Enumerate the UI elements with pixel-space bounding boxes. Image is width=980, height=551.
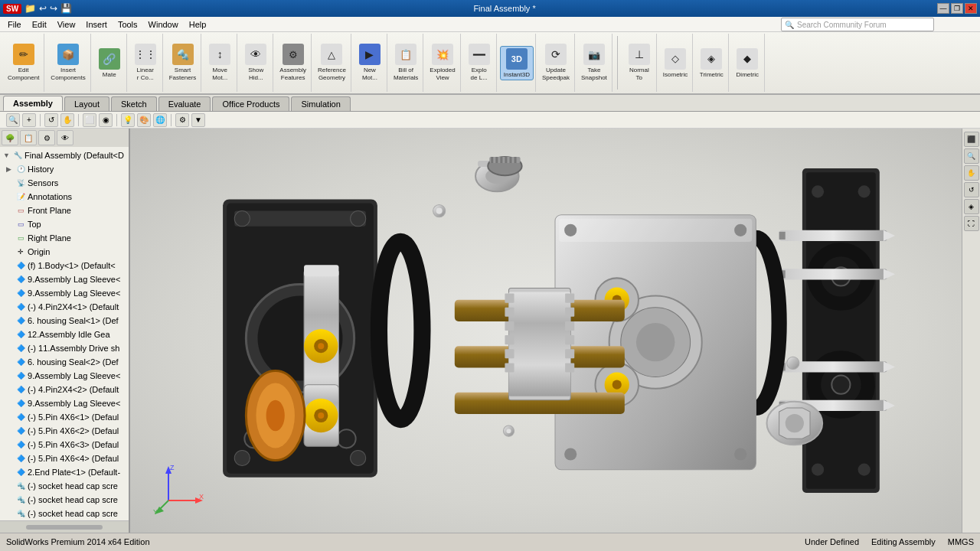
- search-bar[interactable]: 🔍 Search Community Forum: [781, 18, 934, 31]
- rotate-mini-button[interactable]: ↺: [964, 182, 979, 197]
- tab-sketch[interactable]: Sketch: [111, 96, 157, 111]
- tree-item-socket3[interactable]: 🔩 (-) socket head cap scre: [0, 507, 129, 520]
- bill-materials-button[interactable]: 📋 Bill ofMaterials: [390, 42, 421, 83]
- ribbon-group-fasteners: 🔩 SmartFasteners: [165, 34, 202, 92]
- tab-evaluate[interactable]: Evaluate: [158, 96, 211, 111]
- pan-button[interactable]: ✋: [60, 113, 74, 127]
- update-speedpak-button[interactable]: ⟳ UpdateSpeedpak: [539, 42, 573, 83]
- scene-button[interactable]: 🌐: [153, 113, 167, 127]
- tree-item-annotations[interactable]: 📝 Annotations: [0, 190, 129, 204]
- viewport[interactable]: Z X Y ⬛ 🔍 ✋ ↺ ◈ ⛶: [130, 129, 980, 533]
- panel-tab-config[interactable]: ⚙: [38, 130, 55, 145]
- view-settings-button[interactable]: ⚙: [175, 113, 189, 127]
- tree-item-idle-gear[interactable]: 🔷 12.Assembly Idle Gea: [0, 328, 129, 341]
- panel-tab-props[interactable]: 📋: [20, 130, 37, 145]
- tree-item-pin2[interactable]: 🔷 (-) 4.Pin2X4<2> (Default: [0, 383, 129, 396]
- menu-help[interactable]: Help: [185, 18, 211, 31]
- reference-geometry-button[interactable]: △ ReferenceGeometry: [315, 42, 349, 83]
- menu-window[interactable]: Window: [144, 18, 183, 31]
- svg-point-9: [831, 376, 850, 394]
- tree-item-socket1[interactable]: 🔩 (-) socket head cap scre: [0, 479, 129, 493]
- rotate-view-button[interactable]: ↺: [44, 113, 58, 127]
- quick-access-icon[interactable]: 📁: [24, 3, 36, 14]
- menu-edit[interactable]: Edit: [28, 18, 51, 31]
- tree-item-right-plane[interactable]: ▭ Right Plane: [0, 231, 129, 245]
- feature-tree[interactable]: ▼ 🔧 Final Assembly (Default<D ▶ 🕐 Histor…: [0, 147, 129, 520]
- tree-item-pin4x6-2[interactable]: 🔷 (-) 5.Pin 4X6<2> (Defaul: [0, 424, 129, 438]
- menu-view[interactable]: View: [53, 18, 80, 31]
- menu-insert[interactable]: Insert: [81, 18, 112, 31]
- explode-line-button[interactable]: ━━ Explode L...: [464, 42, 495, 83]
- svg-point-38: [612, 380, 622, 390]
- tree-item-lag2[interactable]: 🔷 9.Assembly Lag Sleeve<: [0, 286, 129, 300]
- take-snapshot-button[interactable]: 📷 TakeSnapshot: [578, 42, 610, 83]
- normal-to-button[interactable]: ⊥ NormalTo: [624, 42, 655, 83]
- panel-tab-display[interactable]: 👁: [57, 130, 74, 145]
- tab-office-products[interactable]: Office Products: [212, 96, 289, 111]
- view-cube-button[interactable]: ⬛: [964, 132, 979, 147]
- view-more-button[interactable]: ▼: [191, 113, 205, 127]
- tab-assembly[interactable]: Assembly: [3, 96, 63, 111]
- smart-fasteners-button[interactable]: 🔩 SmartFasteners: [166, 42, 200, 83]
- full-screen-button[interactable]: ⛶: [964, 216, 979, 231]
- svg-point-63: [234, 450, 250, 465]
- tree-item-lag1[interactable]: 🔷 9.Assembly Lag Sleeve<: [0, 272, 129, 286]
- tree-item-lag3[interactable]: 🔷 9.Assembly Lag Sleeve<: [0, 369, 129, 383]
- zoom-button[interactable]: 🔍: [964, 148, 979, 164]
- instant3d-button[interactable]: 3D Instant3D: [500, 46, 534, 80]
- tree-item-housing2[interactable]: 🔷 6. housing Seal<2> (Def: [0, 355, 129, 369]
- tree-item-top-plane[interactable]: ▭ Top: [0, 217, 129, 231]
- appearances-button[interactable]: 🎨: [137, 113, 151, 127]
- exploded-view-button[interactable]: 💥 ExplodedView: [426, 42, 458, 83]
- zoom-in-button[interactable]: +: [22, 113, 36, 127]
- tab-simulation[interactable]: Simulation: [291, 96, 350, 111]
- socket3-icon: 🔩: [15, 508, 26, 519]
- tree-item-housing1[interactable]: 🔷 6. housing Seal<1> (Def: [0, 314, 129, 328]
- save-icon[interactable]: 💾: [60, 3, 72, 14]
- tree-item-end-plate[interactable]: 🔷 2.End Plate<1> (Default-: [0, 465, 129, 479]
- tree-item-sensors[interactable]: 📡 Sensors: [0, 176, 129, 190]
- tab-layout[interactable]: Layout: [64, 96, 109, 111]
- assembly-features-button[interactable]: ⚙ AssemblyFeatures: [276, 42, 309, 83]
- tree-root[interactable]: ▼ 🔧 Final Assembly (Default<D: [0, 148, 129, 162]
- tree-item-lag4[interactable]: 🔷 9.Assembly Lag Sleeve<: [0, 396, 129, 410]
- dimetric-button[interactable]: ◆ Dimetric: [732, 47, 763, 80]
- insert-components-button[interactable]: 📦 InsertComponents: [47, 42, 88, 83]
- pan-mini-button[interactable]: ✋: [964, 165, 979, 181]
- mate-button[interactable]: 🔗 Mate: [94, 47, 125, 80]
- tree-item-pin4x6-4[interactable]: 🔷 (-) 5.Pin 4X6<4> (Defaul: [0, 452, 129, 465]
- isometric-button[interactable]: ◇ Isometric: [660, 47, 691, 80]
- section-view-button[interactable]: ◉: [99, 113, 113, 127]
- tree-item-front-plane[interactable]: ▭ Front Plane: [0, 204, 129, 217]
- housing2-label: 6. housing Seal<2> (Def: [28, 357, 119, 367]
- new-motion-button[interactable]: ▶ NewMot...: [354, 42, 385, 83]
- trimetric-button[interactable]: ◈ Trimetric: [696, 47, 727, 80]
- display-style-button[interactable]: ⬜: [83, 113, 96, 127]
- tree-item-body1[interactable]: 🔷 (f) 1.Body<1> (Default<: [0, 259, 129, 272]
- edit-component-button[interactable]: ✏ EditComponent: [5, 42, 42, 83]
- perspective-button[interactable]: ◈: [964, 199, 979, 214]
- assembly-3d-view[interactable]: Z X Y: [130, 129, 980, 533]
- show-hide-button[interactable]: 👁 ShowHid...: [240, 42, 271, 83]
- tree-item-drive-sh[interactable]: 🔷 (-) 11.Assembly Drive sh: [0, 341, 129, 355]
- close-button[interactable]: ✕: [965, 3, 977, 14]
- undo-icon[interactable]: ↩: [39, 3, 47, 14]
- restore-button[interactable]: ❐: [951, 3, 963, 14]
- tree-item-pin1[interactable]: 🔷 (-) 4.Pin2X4<1> (Default: [0, 300, 129, 314]
- lights-button[interactable]: 💡: [121, 113, 135, 127]
- panel-tab-tree[interactable]: 🌳: [2, 130, 18, 145]
- move-component-button[interactable]: ↕ MoveMot...: [204, 42, 235, 83]
- linear-pattern-button[interactable]: ⋮⋮ Linearr Co...: [130, 42, 161, 83]
- minimize-button[interactable]: —: [937, 3, 949, 14]
- tree-item-pin4x6-3[interactable]: 🔷 (-) 5.Pin 4X6<3> (Defaul: [0, 438, 129, 452]
- tree-item-history[interactable]: ▶ 🕐 History: [0, 162, 129, 176]
- origin-expand-icon: [6, 248, 14, 256]
- menu-file[interactable]: File: [3, 18, 26, 31]
- zoom-to-fit-button[interactable]: 🔍: [6, 113, 20, 127]
- redo-icon[interactable]: ↪: [50, 3, 57, 14]
- tree-scrollbar[interactable]: [26, 525, 103, 530]
- tree-item-pin4x6-1[interactable]: 🔷 (-) 5.Pin 4X6<1> (Defaul: [0, 410, 129, 424]
- tree-item-origin[interactable]: ✛ Origin: [0, 245, 129, 259]
- menu-tools[interactable]: Tools: [113, 18, 142, 31]
- tree-item-socket2[interactable]: 🔩 (-) socket head cap scre: [0, 493, 129, 507]
